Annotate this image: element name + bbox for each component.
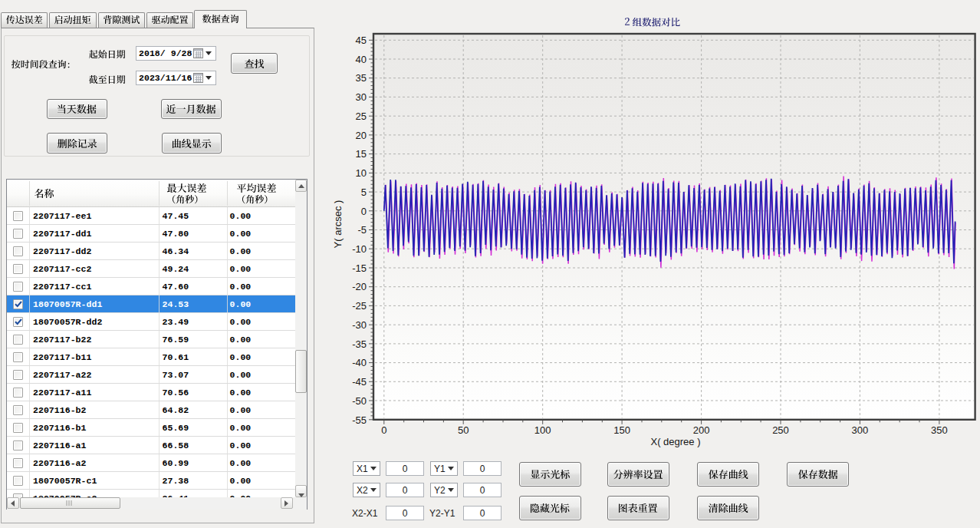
svg-text:300: 300 xyxy=(852,424,869,436)
svg-text:-35: -35 xyxy=(352,338,367,350)
svg-text:200: 200 xyxy=(693,424,710,436)
svg-text:15: 15 xyxy=(356,148,367,160)
svg-text:35: 35 xyxy=(356,72,367,84)
svg-text:0: 0 xyxy=(381,424,386,436)
svg-text:100: 100 xyxy=(534,424,551,436)
svg-text:-30: -30 xyxy=(352,319,367,331)
svg-text:30: 30 xyxy=(356,91,367,103)
svg-text:40: 40 xyxy=(356,54,367,65)
svg-text:-55: -55 xyxy=(352,414,367,426)
svg-text:-20: -20 xyxy=(352,281,367,292)
svg-text:-45: -45 xyxy=(352,376,367,388)
svg-text:10: 10 xyxy=(356,167,367,179)
svg-text:-10: -10 xyxy=(352,243,367,255)
svg-text:250: 250 xyxy=(772,424,789,436)
svg-text:20: 20 xyxy=(356,130,367,141)
svg-text:-25: -25 xyxy=(352,300,367,312)
svg-text:-5: -5 xyxy=(357,224,367,236)
svg-text:-15: -15 xyxy=(352,262,367,274)
svg-text:Y( arcsec ): Y( arcsec ) xyxy=(332,200,344,249)
svg-text:-50: -50 xyxy=(352,395,367,407)
svg-text:50: 50 xyxy=(458,424,469,436)
svg-text:X( degree ): X( degree ) xyxy=(650,436,700,447)
svg-text:45: 45 xyxy=(356,35,367,46)
svg-text:350: 350 xyxy=(931,424,948,436)
svg-text:0: 0 xyxy=(361,206,367,217)
svg-text:150: 150 xyxy=(613,424,630,436)
svg-text:-40: -40 xyxy=(352,357,367,368)
svg-text:5: 5 xyxy=(361,186,367,198)
svg-text:25: 25 xyxy=(356,111,367,122)
